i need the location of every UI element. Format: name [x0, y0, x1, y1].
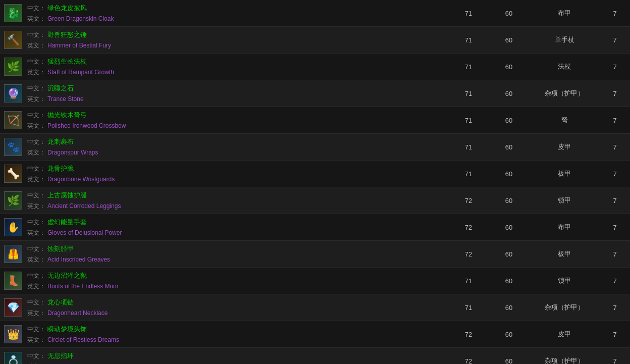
item-name-en: 英文：Circlet of Restless Dreams — [27, 335, 119, 344]
item-name-cn: 中文：瞬动梦境头饰 — [27, 324, 119, 334]
item-req-level: 60 — [489, 33, 529, 47]
item-name-en: 英文：Boots of the Endless Moor — [27, 281, 119, 291]
item-icon: 👑 — [4, 325, 22, 343]
item-num: 7 — [600, 354, 630, 365]
item-name-en: 英文：Polished Ironwood Crossbow — [27, 121, 126, 130]
item-en-text: Polished Ironwood Crossbow — [47, 122, 126, 129]
item-level: 71 — [448, 140, 489, 154]
item-num: 7 — [600, 301, 630, 315]
table-row[interactable]: 💎 中文：龙心项链 英文：Dragonheart Necklace 71 60 … — [0, 294, 630, 321]
item-level: 71 — [448, 167, 489, 181]
item-req-level: 60 — [489, 274, 529, 288]
en-label: 英文： — [27, 95, 45, 102]
item-icon: 👢 — [4, 272, 22, 290]
item-req-level: 60 — [489, 7, 529, 20]
table-row[interactable]: 🐾 中文：龙刺裹布 英文：Dragonspur Wraps 71 60 皮甲 7 — [0, 134, 630, 161]
table-row[interactable]: 🦴 中文：龙骨护腕 英文：Dragonbone Wristguards 71 6… — [0, 161, 630, 187]
table-row[interactable]: 💍 中文：无息指环 英文：Ring of the Unliving 72 60 … — [0, 348, 630, 364]
item-info: ✋ 中文：虚幻能量手套 英文：Gloves of Delusional Powe… — [0, 214, 448, 240]
item-type: 锁甲 — [529, 273, 600, 288]
cn-label: 中文： — [27, 245, 45, 252]
item-icon: 🦺 — [4, 245, 22, 263]
item-type: 布甲 — [529, 220, 600, 235]
item-info: 🦴 中文：龙骨护腕 英文：Dragonbone Wristguards — [0, 161, 448, 187]
item-cn-text: 猛烈生长法杖 — [47, 58, 87, 65]
item-names: 中文：无边沼泽之靴 英文：Boots of the Endless Moor — [27, 271, 119, 291]
item-info: 💎 中文：龙心项链 英文：Dragonheart Necklace — [0, 294, 448, 321]
item-icon: 🦴 — [4, 165, 22, 183]
en-label: 英文： — [27, 336, 45, 343]
item-info: 🏹 中文：抛光铁木弩弓 英文：Polished Ironwood Crossbo… — [0, 107, 448, 133]
item-num: 7 — [600, 274, 630, 288]
cn-label: 中文： — [27, 85, 45, 92]
table-row[interactable]: 🐉 中文：绿色龙皮披风 英文：Green Dragonskin Cloak 71… — [0, 0, 630, 27]
item-en-text: Staff of Rampant Growth — [47, 69, 114, 76]
item-cn-text: 无边沼泽之靴 — [47, 272, 87, 279]
item-cn-text: 虚幻能量手套 — [47, 218, 87, 226]
item-num: 7 — [600, 221, 630, 234]
cn-label: 中文： — [27, 58, 45, 65]
item-icon: 🔨 — [4, 31, 22, 49]
table-row[interactable]: 🔮 中文：沉睡之石 英文：Trance Stone 71 60 杂项（护甲） 7 — [0, 80, 630, 107]
item-en-text: Dragonheart Necklace — [47, 309, 108, 317]
item-en-text: Dragonbone Wristguards — [47, 176, 115, 183]
table-row[interactable]: 🌿 中文：猛烈生长法杖 英文：Staff of Rampant Growth 7… — [0, 54, 630, 80]
item-cn-text: 抛光铁木弩弓 — [47, 111, 87, 119]
item-type: 布甲 — [529, 6, 600, 21]
item-num: 7 — [600, 87, 630, 100]
en-label: 英文： — [27, 256, 45, 263]
item-type: 弩 — [529, 113, 600, 128]
item-icon: 🌿 — [4, 58, 22, 76]
item-req-level: 60 — [489, 87, 529, 100]
item-names: 中文：蚀刻胫甲 英文：Acid Inscribed Greaves — [27, 244, 110, 264]
item-req-level: 60 — [489, 328, 529, 341]
item-name-cn: 中文：抛光铁木弩弓 — [27, 110, 126, 120]
item-icon: ✋ — [4, 218, 22, 236]
item-req-level: 60 — [489, 140, 529, 154]
item-names: 中文：瞬动梦境头饰 英文：Circlet of Restless Dreams — [27, 324, 119, 344]
item-names: 中文：龙心项链 英文：Dragonheart Necklace — [27, 297, 108, 318]
item-name-en: 英文：Dragonspur Wraps — [27, 147, 98, 157]
item-name-cn: 中文：无边沼泽之靴 — [27, 271, 119, 280]
item-type: 杂项（护甲） — [529, 353, 600, 364]
en-label: 英文： — [27, 69, 45, 76]
item-info: 🦺 中文：蚀刻胫甲 英文：Acid Inscribed Greaves — [0, 241, 448, 267]
item-num: 7 — [600, 167, 630, 181]
item-icon: 💍 — [4, 352, 22, 364]
table-row[interactable]: 🦺 中文：蚀刻胫甲 英文：Acid Inscribed Greaves 72 6… — [0, 241, 630, 268]
item-name-cn: 中文：上古腐蚀护腿 — [27, 190, 121, 200]
item-name-cn: 中文：龙刺裹布 — [27, 137, 98, 146]
table-row[interactable]: 🏹 中文：抛光铁木弩弓 英文：Polished Ironwood Crossbo… — [0, 107, 630, 134]
item-en-text: Circlet of Restless Dreams — [47, 336, 119, 343]
item-num: 7 — [600, 33, 630, 47]
item-num: 7 — [600, 328, 630, 341]
item-name-cn: 中文：沉睡之石 — [27, 83, 84, 93]
item-icon: 🌿 — [4, 191, 22, 210]
item-type: 皮甲 — [529, 139, 600, 154]
cn-label: 中文： — [27, 219, 45, 226]
cn-label: 中文： — [27, 192, 45, 199]
item-name-en: 英文：Staff of Rampant Growth — [27, 67, 114, 77]
item-type: 杂项（护甲） — [529, 86, 600, 101]
item-name-cn: 中文：猛烈生长法杖 — [27, 57, 114, 66]
table-row[interactable]: 🔨 中文：野兽狂怒之锤 英文：Hammer of Bestial Fury 71… — [0, 27, 630, 54]
item-req-level: 60 — [489, 167, 529, 181]
item-name-cn: 中文：蚀刻胫甲 — [27, 244, 110, 253]
item-level: 72 — [448, 194, 489, 207]
table-row[interactable]: ✋ 中文：虚幻能量手套 英文：Gloves of Delusional Powe… — [0, 214, 630, 241]
item-level: 72 — [448, 354, 489, 365]
item-name-en: 英文：Green Dragonskin Cloak — [27, 14, 114, 23]
table-row[interactable]: 🌿 中文：上古腐蚀护腿 英文：Ancient Corroded Leggings… — [0, 187, 630, 214]
item-name-cn: 中文：野兽狂怒之锤 — [27, 30, 111, 39]
en-label: 英文： — [27, 229, 45, 236]
item-names: 中文：猛烈生长法杖 英文：Staff of Rampant Growth — [27, 57, 114, 77]
item-req-level: 60 — [489, 60, 529, 74]
item-cn-text: 龙骨护腕 — [47, 165, 74, 172]
item-names: 中文：无息指环 英文：Ring of the Unliving — [27, 351, 100, 364]
table-row[interactable]: 👑 中文：瞬动梦境头饰 英文：Circlet of Restless Dream… — [0, 321, 630, 348]
table-row[interactable]: 👢 中文：无边沼泽之靴 英文：Boots of the Endless Moor… — [0, 268, 630, 294]
item-type: 皮甲 — [529, 327, 600, 342]
en-label: 英文： — [27, 202, 45, 210]
item-info: 🐾 中文：龙刺裹布 英文：Dragonspur Wraps — [0, 134, 448, 160]
item-en-text: Gloves of Delusional Power — [47, 229, 122, 236]
